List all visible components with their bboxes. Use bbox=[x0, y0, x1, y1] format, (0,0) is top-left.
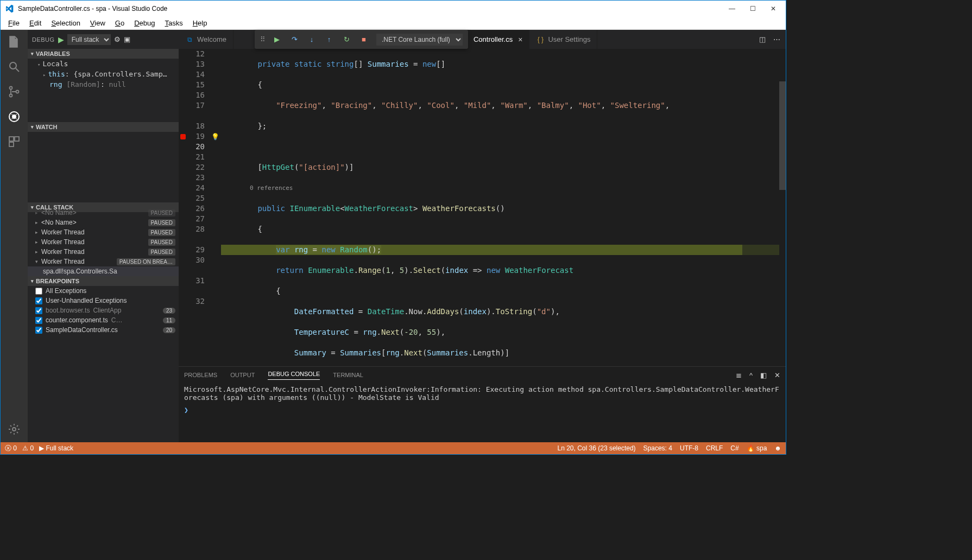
search-icon[interactable] bbox=[7, 59, 22, 74]
vscode-icon: ⧉ bbox=[185, 35, 194, 44]
panel-close-icon[interactable]: ✕ bbox=[774, 371, 780, 379]
menu-go[interactable]: Go bbox=[111, 18, 129, 28]
start-debug-button[interactable]: ▶ bbox=[58, 35, 64, 44]
tab-user-settings[interactable]: { } User Settings bbox=[529, 30, 597, 49]
callstack-thread[interactable]: ▸<No Name>PAUSED bbox=[28, 208, 179, 218]
status-position[interactable]: Ln 20, Col 36 (23 selected) bbox=[558, 444, 636, 452]
tab-controller[interactable]: Controller.cs × bbox=[467, 30, 529, 49]
status-feedback-icon[interactable]: ☻ bbox=[774, 444, 781, 452]
editor-body[interactable]: 121314151617 1819202122232425262728 2930… bbox=[179, 49, 786, 366]
split-editor-icon[interactable]: ◫ bbox=[759, 35, 766, 43]
minimize-button[interactable]: — bbox=[728, 5, 736, 12]
status-language[interactable]: C# bbox=[730, 444, 739, 452]
status-eol[interactable]: CRLF bbox=[706, 444, 723, 452]
debug-toolbar-config[interactable]: .NET Core Launch (full) bbox=[376, 34, 463, 46]
callstack-thread[interactable]: ▸Worker ThreadPAUSED bbox=[28, 227, 179, 237]
tab-welcome[interactable]: ⧉ Welcome bbox=[179, 30, 233, 49]
menubar: File Edit Selection View Go Debug Tasks … bbox=[1, 17, 786, 30]
callstack-thread[interactable]: ▸Worker ThreadPAUSED bbox=[28, 237, 179, 247]
clear-console-icon[interactable]: ≣ bbox=[736, 371, 742, 379]
editor-area: ⧉ Welcome ⠿ ▶ ↷ ↓ ↑ ↻ ■ .NET Core Launch… bbox=[179, 30, 786, 442]
locals-scope[interactable]: ▾Locals bbox=[28, 59, 179, 69]
watch-header[interactable]: ▾WATCH bbox=[28, 122, 179, 132]
breakpoint-row[interactable]: All Exceptions bbox=[28, 286, 179, 296]
svg-line-1 bbox=[16, 68, 19, 72]
debug-toolbar[interactable]: ⠿ ▶ ↷ ↓ ↑ ↻ ■ .NET Core Launch (full) bbox=[255, 30, 468, 49]
console-input[interactable]: ❯ bbox=[179, 404, 786, 416]
breakpoint-checkbox[interactable] bbox=[35, 327, 42, 334]
callstack-thread[interactable]: ▸Worker ThreadPAUSED bbox=[28, 247, 179, 257]
debug-sidebar: DEBUG ▶ Full stack ⚙ ▣ ▾VARIABLES ▾Local… bbox=[28, 30, 179, 442]
stop-button[interactable]: ■ bbox=[359, 35, 369, 43]
breakpoints-header[interactable]: ▾BREAKPOINTS bbox=[28, 276, 179, 286]
menu-debug[interactable]: Debug bbox=[130, 18, 159, 28]
debug-settings-icon[interactable]: ⚙ bbox=[114, 35, 121, 43]
menu-view[interactable]: View bbox=[86, 18, 110, 28]
code-content[interactable]: private static string[] Summaries = new[… bbox=[221, 49, 786, 366]
lightbulb-icon[interactable]: 💡 bbox=[211, 132, 219, 142]
var-this[interactable]: ▸this: {spa.Controllers.Samp… bbox=[28, 69, 179, 79]
status-warnings[interactable]: ⚠ 0 bbox=[22, 444, 34, 452]
callstack-frame[interactable]: spa.dll!spa.Controllers.Sa bbox=[28, 266, 179, 276]
menu-selection[interactable]: Selection bbox=[47, 18, 84, 28]
step-over-button[interactable]: ↷ bbox=[289, 35, 299, 43]
source-control-icon[interactable] bbox=[7, 84, 22, 99]
panel-maximize-icon[interactable]: ◧ bbox=[760, 371, 767, 379]
panel-tab-terminal[interactable]: TERMINAL bbox=[333, 372, 363, 378]
panel-tab-output[interactable]: OUTPUT bbox=[230, 372, 255, 378]
status-spaces[interactable]: Spaces: 4 bbox=[643, 444, 672, 452]
extensions-icon[interactable] bbox=[7, 134, 22, 149]
breakpoint-row[interactable]: User-Unhandled Exceptions bbox=[28, 296, 179, 306]
breakpoint-checkbox[interactable] bbox=[35, 317, 42, 324]
maximize-button[interactable]: ☐ bbox=[749, 5, 756, 12]
close-button[interactable]: ✕ bbox=[769, 5, 777, 12]
breakpoint-checkbox[interactable] bbox=[35, 307, 42, 314]
menu-file[interactable]: File bbox=[4, 18, 24, 28]
status-debug[interactable]: ▶ Full stack bbox=[39, 444, 73, 452]
debug-icon[interactable] bbox=[7, 109, 22, 124]
panel-body: Microsoft.AspNetCore.Mvc.Internal.Contro… bbox=[179, 383, 786, 442]
breakpoint-row[interactable]: SampleDataController.cs20 bbox=[28, 325, 179, 335]
panel-collapse-icon[interactable]: ^ bbox=[749, 371, 753, 379]
var-rng[interactable]: rng [Random]: null bbox=[28, 79, 179, 90]
tab-close-icon[interactable]: × bbox=[518, 35, 522, 44]
breakpoint-checkbox[interactable] bbox=[35, 297, 42, 304]
panel-tabs: PROBLEMS OUTPUT DEBUG CONSOLE TERMINAL ≣… bbox=[179, 367, 786, 383]
editor-scrollbar[interactable] bbox=[779, 49, 786, 366]
callstack-thread[interactable]: ▸<No Name>PAUSED bbox=[28, 218, 179, 227]
settings-icon[interactable] bbox=[7, 422, 22, 437]
more-actions-icon[interactable]: ⋯ bbox=[773, 35, 780, 43]
breakpoint-row[interactable]: boot.browser.ts ClientApp23 bbox=[28, 306, 179, 315]
svg-rect-8 bbox=[15, 137, 19, 141]
status-project[interactable]: 🔥 spa bbox=[747, 444, 767, 452]
svg-rect-9 bbox=[9, 142, 14, 147]
variables-header[interactable]: ▾VARIABLES bbox=[28, 49, 179, 59]
step-into-button[interactable]: ↓ bbox=[307, 35, 317, 43]
statusbar: ⓧ 0 ⚠ 0 ▶ Full stack Ln 20, Col 36 (23 s… bbox=[1, 442, 786, 454]
debug-config-select[interactable]: Full stack bbox=[67, 34, 111, 45]
menu-edit[interactable]: Edit bbox=[25, 18, 46, 28]
watch-body bbox=[28, 132, 179, 202]
breakpoint-checkbox[interactable] bbox=[35, 288, 42, 295]
window-titlebar: SampleDataController.cs - spa - Visual S… bbox=[1, 1, 786, 17]
menu-help[interactable]: Help bbox=[188, 18, 212, 28]
fold-gutter[interactable]: 💡 bbox=[210, 49, 221, 366]
panel-tab-debug-console[interactable]: DEBUG CONSOLE bbox=[268, 371, 320, 380]
status-encoding[interactable]: UTF-8 bbox=[680, 444, 698, 452]
continue-button[interactable]: ▶ bbox=[272, 35, 282, 43]
menu-tasks[interactable]: Tasks bbox=[160, 18, 187, 28]
breakpoint-gutter[interactable] bbox=[179, 49, 188, 366]
breakpoint-dot-icon[interactable] bbox=[180, 134, 186, 139]
explorer-icon[interactable] bbox=[7, 34, 22, 49]
callstack-thread-active[interactable]: ▾Worker ThreadPAUSED ON BREA… bbox=[28, 257, 179, 266]
drag-handle-icon[interactable]: ⠿ bbox=[260, 35, 264, 43]
line-number-gutter: 121314151617 1819202122232425262728 2930… bbox=[188, 49, 210, 366]
step-out-button[interactable]: ↑ bbox=[324, 35, 334, 43]
status-errors[interactable]: ⓧ 0 bbox=[5, 444, 17, 453]
debug-console-icon[interactable]: ▣ bbox=[124, 35, 130, 43]
panel-tab-problems[interactable]: PROBLEMS bbox=[184, 372, 217, 378]
braces-icon: { } bbox=[536, 35, 545, 44]
activity-bar bbox=[1, 30, 28, 442]
restart-button[interactable]: ↻ bbox=[342, 35, 351, 43]
breakpoint-row[interactable]: counter.component.ts C…11 bbox=[28, 315, 179, 325]
